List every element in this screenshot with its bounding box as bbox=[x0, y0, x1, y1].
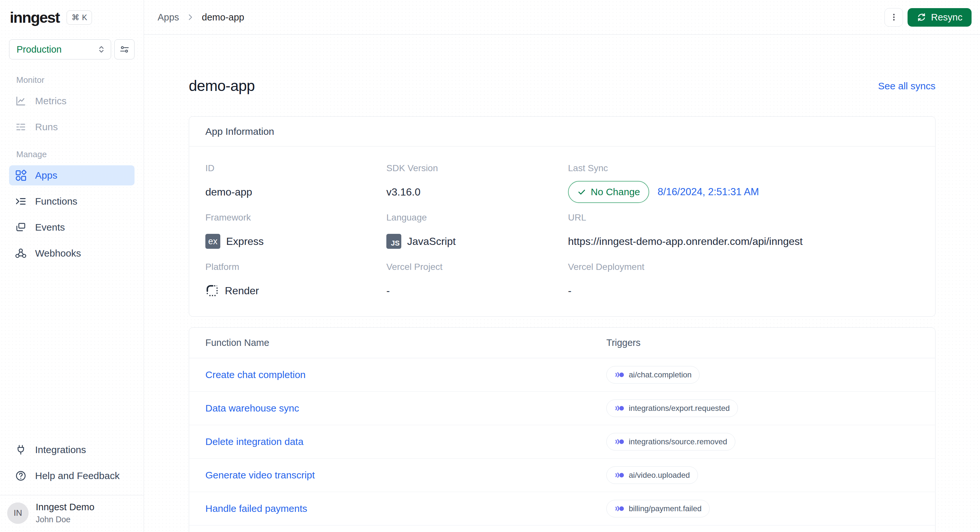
field-label: Platform bbox=[205, 262, 387, 272]
sidebar-item-runs[interactable]: Runs bbox=[9, 117, 135, 137]
field-id: ID demo-app bbox=[205, 163, 387, 203]
field-label: Vercel Deployment bbox=[568, 262, 919, 272]
trigger-pill[interactable]: ai/video.uploaded bbox=[606, 466, 698, 484]
app-actions-menu-button[interactable] bbox=[885, 8, 903, 27]
field-framework: Framework exExpress bbox=[205, 212, 387, 253]
field-value-text: demo-app bbox=[205, 186, 252, 198]
resync-button[interactable]: Resync bbox=[908, 8, 972, 27]
breadcrumb-current: demo-app bbox=[202, 12, 244, 23]
event-trigger-icon bbox=[614, 505, 624, 512]
sidebar-item-label: Help and Feedback bbox=[35, 470, 119, 481]
field-label: Framework bbox=[205, 212, 387, 223]
event-trigger-icon bbox=[614, 438, 624, 445]
environment-select[interactable]: Production bbox=[9, 39, 111, 59]
events-icon bbox=[15, 222, 26, 233]
field-value: - bbox=[568, 279, 919, 302]
field-platform: Platform Render bbox=[205, 262, 387, 302]
sidebar-item-metrics[interactable]: Metrics bbox=[9, 91, 135, 111]
sidebar-item-integrations[interactable]: Integrations bbox=[9, 440, 135, 460]
field-value-text: https://inngest-demo-app.onrender.com/ap… bbox=[568, 235, 803, 248]
sidebar-item-functions[interactable]: Functions bbox=[9, 191, 135, 211]
page-content: demo-app See all syncs App Information I… bbox=[144, 35, 980, 532]
breadcrumb-apps[interactable]: Apps bbox=[158, 12, 179, 23]
trigger-label: ai/chat.completion bbox=[629, 370, 692, 380]
field-value: v3.16.0 bbox=[387, 181, 568, 203]
sidebar-item-label: Apps bbox=[35, 170, 57, 181]
field-label: Last Sync bbox=[568, 163, 919, 173]
topbar: Apps demo-app Resync bbox=[144, 0, 980, 35]
profile-menu[interactable]: IN Inngest Demo John Doe bbox=[0, 495, 144, 532]
trigger-label: ai/video.uploaded bbox=[629, 471, 690, 480]
environment-value: Production bbox=[17, 44, 62, 55]
environment-filter-button[interactable] bbox=[115, 39, 135, 59]
main-area: Apps demo-app Resync demo-app See all sy… bbox=[144, 0, 980, 532]
sidebar-footer-nav: Integrations Help and Feedback bbox=[0, 440, 144, 495]
webhooks-icon bbox=[15, 248, 26, 259]
runs-icon bbox=[15, 121, 26, 132]
field-value-text: Render bbox=[225, 285, 259, 297]
function-table-row: Generate video transcript ai/video.uploa… bbox=[189, 459, 935, 492]
last-sync-date-link[interactable]: 8/16/2024, 2:51:31 AM bbox=[658, 186, 759, 198]
function-table-row: Handle failed payments billing/payment.f… bbox=[189, 492, 935, 526]
field-last-sync: Last Sync No Change8/16/2024, 2:51:31 AM bbox=[568, 163, 919, 203]
trigger-pill[interactable]: billing/payment.failed bbox=[606, 500, 710, 518]
help-icon bbox=[15, 470, 26, 481]
field-value: Render bbox=[205, 279, 387, 302]
field-value-text: - bbox=[387, 285, 390, 297]
environment-row: Production bbox=[0, 26, 144, 59]
kebab-icon bbox=[889, 13, 899, 22]
integrations-icon bbox=[15, 444, 26, 455]
trigger-label: integrations/source.removed bbox=[629, 437, 727, 446]
field-label: Vercel Project bbox=[387, 262, 568, 272]
function-name-link[interactable]: Handle failed payments bbox=[205, 503, 307, 514]
sidebar-item-webhooks[interactable]: Webhooks bbox=[9, 243, 135, 264]
sidebar-item-label: Runs bbox=[35, 121, 58, 132]
sidebar-item-apps[interactable]: Apps bbox=[9, 165, 135, 186]
command-k-shortcut[interactable]: ⌘K bbox=[67, 10, 92, 25]
function-name-link[interactable]: Generate video transcript bbox=[205, 470, 315, 481]
field-vercel-deployment: Vercel Deployment - bbox=[568, 262, 919, 302]
apps-icon bbox=[15, 170, 27, 181]
express-icon: ex bbox=[205, 234, 220, 249]
event-trigger-icon bbox=[614, 372, 624, 378]
filter-icon bbox=[119, 44, 129, 54]
field-value: demo-app bbox=[205, 181, 387, 203]
trigger-label: billing/payment.failed bbox=[629, 504, 702, 513]
sidebar-item-label: Webhooks bbox=[35, 248, 81, 259]
field-value-text: Express bbox=[226, 235, 264, 248]
app-information-card-title: App Information bbox=[189, 117, 935, 146]
column-header-triggers: Triggers bbox=[606, 337, 919, 348]
inngest-logo: inngest bbox=[10, 8, 59, 26]
function-name-link[interactable]: Data warehouse sync bbox=[205, 403, 299, 414]
sidebar-section-monitor: Monitor Metrics Runs bbox=[9, 75, 135, 137]
field-value-text: v3.16.0 bbox=[387, 186, 420, 198]
field-value: https://inngest-demo-app.onrender.com/ap… bbox=[568, 230, 919, 253]
page-title: demo-app bbox=[189, 77, 255, 95]
function-name-link[interactable]: Delete integration data bbox=[205, 436, 304, 447]
sidebar: inngest ⌘K Production Monitor Metrics Ru… bbox=[0, 0, 144, 532]
field-value: exExpress bbox=[205, 230, 387, 253]
function-name-link[interactable]: Create chat completion bbox=[205, 369, 306, 380]
trigger-label: integrations/export.requested bbox=[629, 404, 730, 413]
sidebar-item-help-and-feedback[interactable]: Help and Feedback bbox=[9, 466, 135, 486]
sidebar-item-label: Events bbox=[35, 222, 65, 233]
field-value: No Change8/16/2024, 2:51:31 AM bbox=[568, 181, 919, 203]
sidebar-item-label: Metrics bbox=[35, 95, 67, 106]
event-trigger-icon bbox=[614, 472, 624, 478]
javascript-icon: JS bbox=[387, 234, 401, 249]
field-label: URL bbox=[568, 212, 919, 223]
check-icon bbox=[577, 187, 586, 197]
trigger-pill[interactable]: ai/chat.completion bbox=[606, 366, 700, 384]
trigger-pill[interactable]: integrations/export.requested bbox=[606, 400, 738, 417]
breadcrumb-chevron-icon bbox=[186, 13, 195, 21]
see-all-syncs-link[interactable]: See all syncs bbox=[878, 81, 935, 92]
sidebar-item-label: Functions bbox=[35, 196, 77, 207]
field-label: ID bbox=[205, 163, 387, 173]
breadcrumb: Apps demo-app bbox=[158, 12, 244, 23]
sidebar-section-label: Monitor bbox=[16, 75, 135, 85]
trigger-pill[interactable]: integrations/source.removed bbox=[606, 433, 735, 451]
sidebar-item-events[interactable]: Events bbox=[9, 217, 135, 237]
field-label: Language bbox=[387, 212, 568, 223]
field-vercel-project: Vercel Project - bbox=[387, 262, 568, 302]
field-url: URL https://inngest-demo-app.onrender.co… bbox=[568, 212, 919, 253]
